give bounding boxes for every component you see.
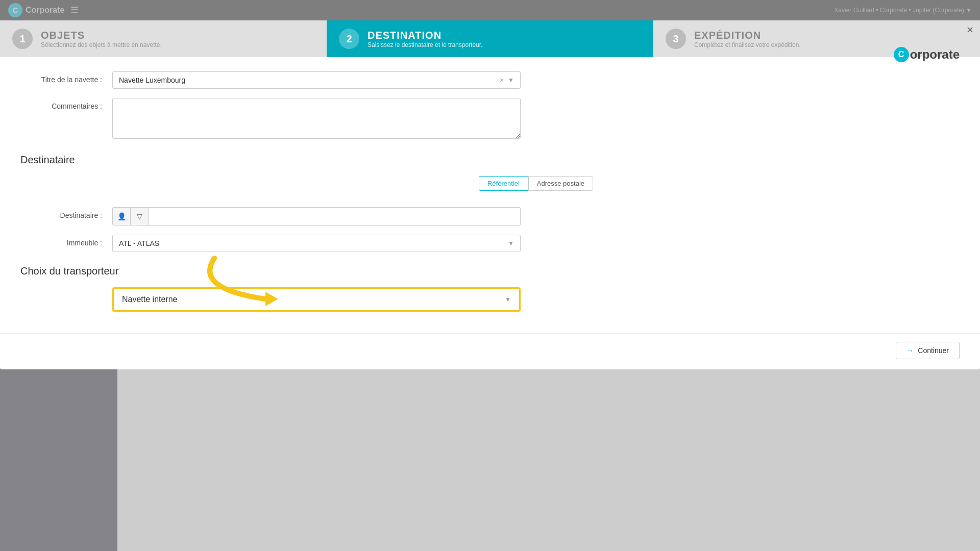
step-title-2: DESTINATION [368, 30, 482, 41]
form-row-transporter: Navette interne ▼ [20, 287, 960, 312]
label-transporter [20, 287, 112, 291]
dropdown-titre-icon[interactable]: ▼ [508, 77, 514, 84]
tab-referentiel[interactable]: Référentiel [479, 176, 528, 191]
step-subtitle-1: Sélectionnez des objets à mettre en nave… [41, 41, 162, 48]
destinataire-input-row: 👤 ▽ [112, 207, 521, 226]
person-icon: 👤 [117, 212, 126, 220]
titre-control-wrap: Navette Luxembourg × ▼ [112, 71, 521, 89]
step-info-3: EXPÉDITION Complétez et finalisez votre … [694, 30, 801, 48]
immeuble-value: ATL - ATLAS [119, 239, 159, 247]
form-row-destinataire: Destinataire : 👤 ▽ [20, 207, 960, 226]
step-info-2: DESTINATION Saisissez le destinataire et… [368, 30, 482, 48]
label-titre: Titre de la navette : [20, 71, 112, 84]
step-num-3: 3 [666, 29, 686, 49]
modal-dialog: Corporate ✕ 1 OBJETS Sélectionnez des ob… [0, 20, 980, 369]
arrow-annotation [184, 248, 327, 332]
destinataire-control-wrap: 👤 ▽ [112, 207, 521, 226]
continue-label: Continuer [918, 346, 949, 355]
continue-button[interactable]: → Continuer [896, 342, 960, 359]
person-icon-btn[interactable]: 👤 [112, 207, 131, 226]
corporate-c-icon: C [894, 47, 909, 62]
corporate-logo-topright: Corporate [894, 47, 960, 62]
immeuble-dropdown-icon: ▼ [508, 240, 514, 247]
step-num-2: 2 [339, 29, 359, 49]
clear-titre-icon[interactable]: × [500, 76, 504, 84]
step-subtitle-3: Complétez et finalisez votre expédition. [694, 41, 801, 48]
svg-marker-0 [265, 292, 278, 306]
step-num-1: 1 [12, 29, 33, 49]
transporter-value: Navette interne [122, 295, 178, 304]
titre-input[interactable]: Navette Luxembourg × ▼ [112, 71, 521, 89]
step-subtitle-2: Saisissez le destinataire et le transpor… [368, 41, 482, 48]
step-info-1: OBJETS Sélectionnez des objets à mettre … [41, 30, 162, 48]
steps-bar: 1 OBJETS Sélectionnez des objets à mettr… [0, 20, 980, 57]
step-title-3: EXPÉDITION [694, 30, 801, 41]
step-1-objets[interactable]: 1 OBJETS Sélectionnez des objets à mettr… [0, 20, 327, 57]
transporter-dropdown-icon: ▼ [505, 296, 511, 303]
form-row-titre: Titre de la navette : Navette Luxembourg… [20, 71, 960, 89]
destinataire-section-title: Destinataire [20, 150, 960, 166]
corporate-name: orporate [910, 47, 960, 62]
form-row-immeuble: Immeuble : ATL - ATLAS ▼ [20, 235, 960, 252]
transporter-section-title: Choix du transporteur [20, 261, 960, 277]
comments-textarea[interactable] [112, 98, 521, 139]
tabs-container-wrap: Référentiel Adresse postale [20, 176, 960, 199]
titre-value: Navette Luxembourg [119, 76, 185, 84]
modal-body: Titre de la navette : Navette Luxembourg… [0, 57, 980, 333]
filter-icon: ▽ [137, 212, 142, 220]
form-row-comments: Commentaires : [20, 98, 960, 141]
modal-footer: → Continuer [0, 333, 980, 369]
destinataire-tabs: Référentiel Adresse postale [479, 176, 593, 191]
filter-icon-btn[interactable]: ▽ [131, 207, 149, 226]
label-comments: Commentaires : [20, 98, 112, 110]
step-title-1: OBJETS [41, 30, 162, 41]
annotation-arrow-svg [184, 248, 327, 330]
tabs-offset: Référentiel Adresse postale [479, 176, 593, 199]
label-destinataire: Destinataire : [20, 207, 112, 219]
step-2-destination[interactable]: 2 DESTINATION Saisissez le destinataire … [327, 20, 653, 57]
destinataire-text-input[interactable] [149, 207, 521, 226]
comments-control-wrap [112, 98, 521, 141]
continue-arrow-icon: → [906, 346, 914, 355]
tab-adresse-postale[interactable]: Adresse postale [528, 176, 593, 191]
modal-close-button[interactable]: ✕ [966, 24, 974, 36]
label-immeuble: Immeuble : [20, 235, 112, 247]
